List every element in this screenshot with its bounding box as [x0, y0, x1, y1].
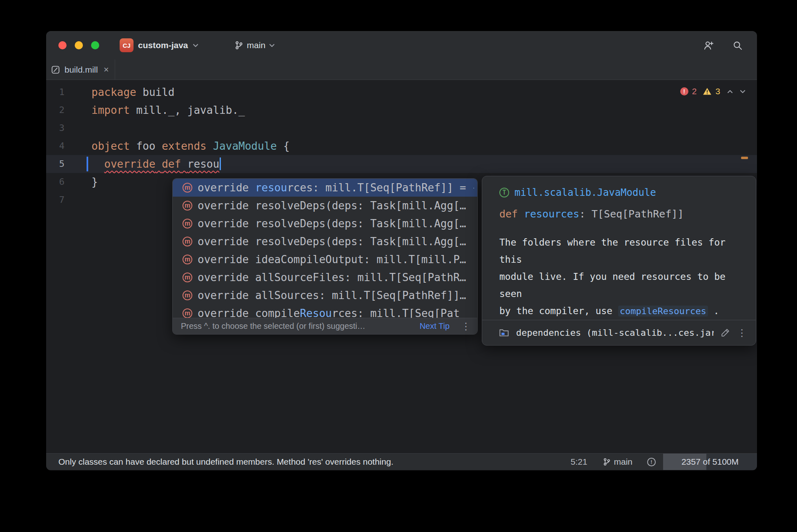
trait-icon: T — [499, 188, 509, 197]
error-count[interactable]: 2 — [692, 86, 697, 96]
git-branch-icon — [603, 458, 611, 466]
caret-line-indicator — [87, 157, 88, 171]
chevron-down-icon — [193, 44, 198, 47]
edit-icon[interactable] — [720, 328, 730, 338]
completion-footer: Press ^. to choose the selected (or firs… — [173, 318, 477, 334]
documentation-popup: T mill.scalalib.JavaModule def resources… — [482, 176, 756, 346]
completion-popup: m override resources: mill.T[Seq[PathRef… — [172, 178, 478, 335]
status-message: Only classes can have declared but undef… — [46, 457, 393, 467]
branch-name: main — [247, 40, 266, 50]
title-bar: CJ custom-java main — [46, 31, 757, 60]
doc-description: The folders where the resource files for… — [499, 234, 744, 320]
doc-source-label: dependencies (mill-scalalib...ces.jar) — [516, 328, 714, 338]
line-number: 3 — [46, 119, 65, 137]
completion-list: m override resources: mill.T[Seq[PathRef… — [173, 179, 477, 318]
completion-hint: Press ^. to choose the selected (or firs… — [181, 321, 408, 331]
close-tab-icon[interactable]: × — [102, 65, 111, 74]
library-folder-icon — [499, 327, 510, 338]
previous-highlight-icon[interactable] — [727, 90, 733, 93]
next-highlight-icon[interactable] — [740, 90, 746, 93]
close-window-button[interactable] — [58, 41, 67, 49]
chevron-down-icon — [269, 44, 275, 47]
completion-item[interactable]: m override resolveDeps(deps: Task[mill.A… — [173, 215, 477, 233]
git-branch-icon — [234, 41, 243, 50]
vcs-branch-widget[interactable]: main — [234, 40, 275, 50]
zoom-window-button[interactable] — [91, 41, 99, 49]
completion-item[interactable]: m override allSourceFiles: mill.T[Seq[Pa… — [173, 268, 477, 286]
completion-item[interactable]: m override resolveDeps(deps: Task[mill.A… — [173, 233, 477, 250]
minimize-window-button[interactable] — [75, 41, 83, 49]
line-number: 1 — [46, 83, 65, 101]
line-number: 5 — [46, 155, 65, 173]
error-icon — [680, 87, 688, 95]
method-icon: m — [183, 255, 192, 264]
next-tip-link[interactable]: Next Tip — [420, 321, 450, 331]
editor-tab-bar: build.mill × — [46, 60, 757, 80]
doc-signature: def resources: T[Seq[PathRef]] — [499, 208, 744, 220]
tab-label: build.mill — [65, 65, 98, 75]
completion-item-selected[interactable]: m override resources: mill.T[Seq[PathRef… — [173, 179, 477, 197]
code-line[interactable]: 4 object foo extends JavaModule { — [46, 137, 757, 155]
code-line[interactable]: 3 — [46, 119, 757, 137]
completion-item[interactable]: m override ideaCompileOutput: mill.T[mil… — [173, 250, 477, 268]
tab-build-mill[interactable]: build.mill × — [46, 60, 115, 80]
more-options-icon[interactable]: ⋮ — [737, 328, 747, 338]
code-line[interactable]: 2 import mill._, javalib._ — [46, 101, 757, 119]
warning-count[interactable]: 3 — [715, 86, 720, 96]
method-icon: m — [183, 290, 192, 300]
memory-usage-label: 2357 of 5100M — [663, 454, 757, 470]
status-bar: Only classes can have declared but undef… — [46, 453, 757, 470]
editor[interactable]: 1 package build 2 import mill._, javalib… — [46, 80, 757, 453]
error-underlined-code: override def resou — [104, 158, 219, 170]
inspections-widget[interactable]: 2 3 — [680, 86, 746, 96]
line-number: 4 — [46, 137, 65, 155]
error-stripe-mark — [741, 157, 748, 159]
warning-icon — [703, 87, 712, 95]
problems-icon[interactable] — [647, 458, 656, 466]
ide-window: CJ custom-java main — [46, 31, 757, 470]
completion-item[interactable]: m override resolveDeps(deps: Task[mill.A… — [173, 197, 477, 215]
project-icon: CJ — [120, 38, 134, 52]
traffic-lights — [46, 41, 99, 49]
method-icon: m — [183, 219, 192, 228]
code-with-me-icon[interactable] — [703, 40, 714, 51]
more-options-icon[interactable]: ⋮ — [461, 321, 471, 331]
text-caret — [220, 157, 221, 170]
doc-class-link[interactable]: mill.scalalib.JavaModule — [514, 187, 656, 198]
method-icon: m — [183, 183, 192, 193]
search-icon[interactable] — [732, 40, 743, 51]
doc-code-link[interactable]: compileResources — [618, 306, 708, 317]
line-number: 6 — [46, 173, 65, 191]
caret-position-widget[interactable]: 5:21 — [571, 457, 588, 467]
completion-item[interactable]: m override compileResources: mill.T[Seq[… — [173, 304, 477, 318]
method-icon: m — [183, 237, 192, 246]
method-icon: m — [183, 273, 192, 282]
method-icon: m — [183, 308, 192, 318]
doc-footer: dependencies (mill-scalalib...ces.jar) ⋮ — [482, 320, 756, 345]
statusbar-branch-widget[interactable]: main — [603, 457, 632, 467]
statusbar-branch-name: main — [614, 457, 632, 467]
memory-indicator[interactable]: 2357 of 5100M — [663, 454, 757, 470]
method-icon: m — [183, 201, 192, 211]
line-number: 2 — [46, 101, 65, 119]
completion-item[interactable]: m override allSources: mill.T[Seq[PathRe… — [173, 286, 477, 304]
project-widget[interactable]: CJ custom-java — [120, 38, 198, 52]
code-line-current[interactable]: 5 override def resou — [46, 155, 757, 173]
line-number: 7 — [46, 191, 65, 209]
code-line[interactable]: 1 package build — [46, 83, 757, 101]
project-name: custom-java — [138, 40, 188, 50]
mill-file-icon — [51, 65, 60, 75]
